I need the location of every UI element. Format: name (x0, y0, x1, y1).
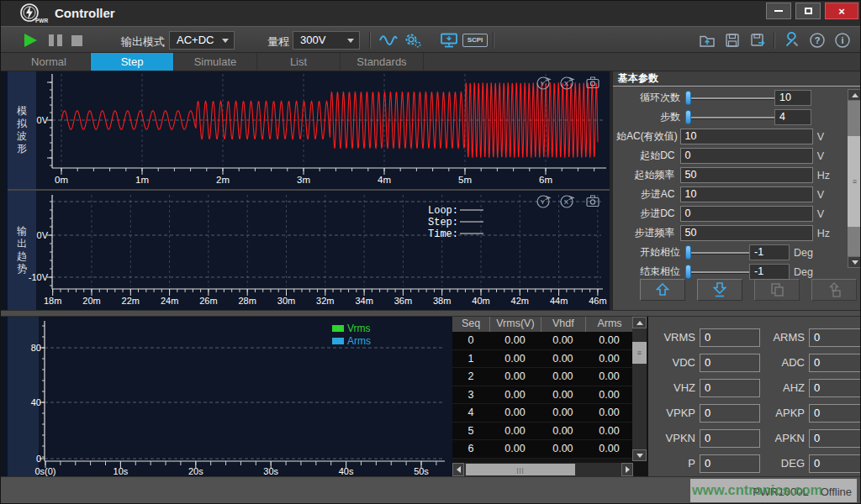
table-cell[interactable]: 0.00 (541, 386, 585, 404)
measure-value-apkn[interactable]: 0 (809, 429, 861, 448)
export-document-button[interactable] (811, 279, 857, 301)
scroll-up-button[interactable] (632, 317, 647, 328)
slider-handle[interactable] (685, 245, 691, 260)
table-cell[interactable]: 0.00 (585, 423, 633, 440)
table-cell[interactable]: 0.00 (541, 440, 585, 458)
waveform-icon[interactable] (378, 32, 399, 49)
table-cell[interactable]: 0.00 (489, 386, 541, 404)
measure-value-vrms[interactable]: 0 (700, 328, 760, 347)
horizontal-splitter[interactable] (1, 310, 860, 317)
table-vscrollbar[interactable]: ≡ (632, 317, 647, 461)
measure-value-vhz[interactable]: 0 (700, 379, 760, 397)
param-slider[interactable] (685, 90, 774, 106)
param-slider[interactable] (685, 109, 774, 125)
pause-button[interactable] (49, 34, 62, 46)
table-cell[interactable]: 1 (452, 350, 489, 368)
measure-value-arms[interactable]: 0 (809, 328, 861, 347)
measure-value-p[interactable]: 0 (700, 454, 760, 473)
table-col-vrms(v)[interactable]: Vrms(V) (489, 317, 541, 332)
snapshot-icon[interactable] (587, 196, 599, 207)
settings-gear-icon[interactable] (403, 32, 423, 49)
scroll-down-button[interactable] (632, 449, 647, 461)
measure-value-vdc[interactable]: 0 (700, 354, 760, 372)
param-input[interactable]: 10 (680, 129, 813, 144)
table-cell[interactable]: 0.00 (541, 404, 585, 422)
table-cell[interactable]: 0.00 (489, 350, 541, 368)
tab-simulate[interactable]: Simulate (174, 53, 257, 71)
stop-button[interactable] (71, 35, 82, 46)
scroll-thumb[interactable]: ||| (466, 464, 575, 475)
table-cell[interactable]: 0.00 (541, 423, 585, 440)
table-cell[interactable]: 5 (452, 423, 489, 440)
help-icon[interactable]: ? (807, 32, 827, 49)
param-input[interactable]: 10 (680, 186, 813, 202)
scroll-track[interactable]: ≡ (632, 328, 647, 449)
open-file-icon[interactable] (697, 32, 717, 49)
measure-value-vpkn[interactable]: 0 (700, 429, 760, 448)
param-input[interactable]: 50 (680, 167, 813, 183)
table-cell[interactable]: 0.00 (489, 332, 541, 349)
remote-display-icon[interactable] (439, 32, 459, 49)
save-as-icon[interactable] (747, 32, 768, 49)
measure-value-adc[interactable]: 0 (809, 354, 861, 372)
output-mode-dropdown[interactable]: AC+DC (169, 31, 235, 50)
slider-handle[interactable] (685, 110, 691, 124)
reset-y-icon[interactable]: Y (537, 77, 550, 89)
table-cell[interactable]: 2 (452, 368, 489, 386)
table-cell[interactable]: 0.00 (489, 440, 541, 458)
param-value-box[interactable]: 10 (774, 90, 811, 106)
info-icon[interactable]: i (832, 32, 853, 49)
table-cell[interactable]: 0.00 (585, 332, 633, 349)
copy-document-button[interactable] (754, 279, 800, 301)
param-slider[interactable] (685, 264, 749, 280)
table-col-seq[interactable]: Seq (452, 317, 489, 332)
range-dropdown[interactable]: 300V (293, 31, 360, 50)
table-cell[interactable]: 0.00 (489, 423, 541, 440)
scroll-track[interactable]: ≡ (848, 101, 861, 256)
param-slider[interactable] (685, 244, 749, 260)
param-input[interactable]: 0 (680, 148, 813, 164)
table-cell[interactable]: 0.00 (489, 404, 541, 422)
scroll-down-button[interactable] (848, 256, 861, 268)
table-cell[interactable]: 0.00 (541, 350, 585, 368)
close-button[interactable]: × (825, 3, 858, 19)
params-scrollbar[interactable]: ≡ (848, 89, 861, 268)
scroll-up-button[interactable] (848, 89, 861, 101)
scroll-thumb[interactable]: ≡ (848, 136, 861, 227)
scpi-icon[interactable]: SCPI (462, 34, 488, 47)
scroll-thumb[interactable]: ≡ (632, 342, 647, 364)
measure-value-vpkp[interactable]: 0 (700, 404, 760, 423)
table-col-arms[interactable]: Arms (585, 317, 633, 332)
table-hscrollbar[interactable]: ||| (452, 463, 633, 476)
download-arrow-button[interactable] (697, 279, 742, 301)
table-cell[interactable]: 0.00 (585, 350, 633, 368)
slider-handle[interactable] (685, 91, 691, 105)
table-cell[interactable]: 0.00 (585, 440, 633, 458)
upload-arrow-button[interactable] (640, 279, 685, 301)
table-cell[interactable]: 0.00 (489, 368, 541, 386)
param-input[interactable]: 50 (680, 225, 813, 241)
param-input[interactable]: 0 (680, 206, 813, 222)
slider-handle[interactable] (685, 265, 691, 279)
tab-standards[interactable]: Standards (341, 53, 424, 71)
maximize-button[interactable] (795, 3, 821, 19)
measure-value-ahz[interactable]: 0 (809, 379, 861, 397)
param-value-box[interactable]: -1 (749, 244, 790, 260)
table-cell[interactable]: 0.00 (585, 404, 633, 422)
play-button[interactable] (24, 34, 37, 47)
tab-normal[interactable]: Normal (8, 53, 91, 71)
minimize-button[interactable] (766, 3, 791, 19)
tab-list[interactable]: List (257, 53, 341, 71)
table-cell[interactable]: 0 (452, 332, 489, 349)
scroll-left-button[interactable] (452, 463, 464, 476)
measure-value-apkp[interactable]: 0 (809, 404, 861, 423)
param-value-box[interactable]: 4 (774, 109, 811, 125)
tab-step[interactable]: Step (91, 53, 174, 71)
table-cell[interactable]: 4 (452, 404, 489, 422)
measure-value-deg[interactable]: 0 (809, 454, 861, 473)
scroll-right-button[interactable] (621, 463, 633, 476)
table-cell[interactable]: 3 (452, 386, 489, 404)
table-cell[interactable]: 0.00 (585, 386, 633, 404)
param-value-box[interactable]: -1 (749, 264, 790, 280)
table-cell[interactable]: 0.00 (585, 368, 633, 386)
